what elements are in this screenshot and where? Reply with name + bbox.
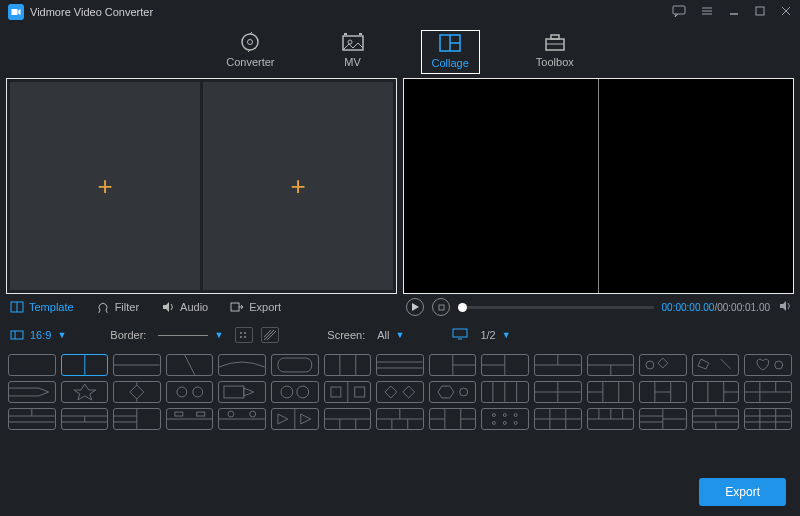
template-item[interactable] — [61, 354, 109, 376]
template-item[interactable] — [324, 381, 372, 403]
template-item[interactable] — [8, 408, 56, 430]
canvas-slot-1[interactable]: + — [10, 82, 200, 290]
border-line-preview — [158, 335, 208, 336]
template-item[interactable] — [166, 408, 214, 430]
svg-point-119 — [504, 421, 507, 424]
monitor-icon — [452, 328, 468, 342]
template-item[interactable] — [481, 354, 529, 376]
template-item[interactable] — [744, 354, 792, 376]
template-item[interactable] — [376, 381, 424, 403]
subtab-template[interactable]: Template — [10, 301, 74, 313]
template-item[interactable] — [587, 381, 635, 403]
pager-dropdown[interactable]: 1/2 ▼ — [476, 327, 514, 343]
play-button[interactable] — [406, 298, 424, 316]
export-button[interactable]: Export — [699, 478, 786, 506]
svg-rect-0 — [673, 6, 685, 14]
template-item[interactable] — [481, 408, 529, 430]
svg-rect-18 — [551, 35, 559, 39]
template-item[interactable] — [639, 408, 687, 430]
template-item[interactable] — [587, 354, 635, 376]
screen-label: Screen: — [327, 329, 365, 341]
svg-line-54 — [721, 359, 731, 369]
template-item[interactable] — [271, 381, 319, 403]
collage-subtabs: Template Filter Audio Export — [0, 301, 398, 313]
chevron-down-icon: ▼ — [502, 330, 511, 340]
tab-converter[interactable]: Converter — [216, 30, 284, 72]
window-controls — [672, 5, 792, 20]
template-item[interactable] — [218, 354, 266, 376]
template-item[interactable] — [481, 381, 529, 403]
menu-icon[interactable] — [700, 5, 714, 20]
tab-mv[interactable]: MV — [331, 30, 375, 72]
template-item[interactable] — [218, 381, 266, 403]
chevron-down-icon: ▼ — [396, 330, 405, 340]
subtab-audio[interactable]: Audio — [161, 301, 208, 313]
app-logo — [8, 4, 24, 20]
border-pattern-button[interactable] — [235, 327, 253, 343]
maximize-icon[interactable] — [754, 5, 766, 20]
template-item[interactable] — [639, 354, 687, 376]
template-item[interactable] — [429, 354, 477, 376]
template-item[interactable] — [692, 408, 740, 430]
subtab-filter[interactable]: Filter — [96, 301, 139, 313]
svg-point-28 — [244, 332, 246, 334]
pager-value: 1/2 — [480, 329, 495, 341]
tab-mv-label: MV — [344, 56, 361, 68]
progress-bar[interactable] — [458, 306, 654, 309]
aspect-ratio-dropdown[interactable]: 16:9 ▼ — [10, 329, 66, 341]
template-item[interactable] — [324, 408, 372, 430]
feedback-icon[interactable] — [672, 5, 686, 20]
svg-point-8 — [242, 34, 258, 50]
template-item[interactable] — [376, 408, 424, 430]
svg-marker-52 — [658, 358, 668, 368]
template-item[interactable] — [113, 408, 161, 430]
svg-rect-39 — [278, 358, 312, 372]
template-item[interactable] — [113, 354, 161, 376]
template-item[interactable] — [744, 381, 792, 403]
template-item[interactable] — [534, 408, 582, 430]
template-item[interactable] — [376, 354, 424, 376]
volume-icon[interactable] — [778, 300, 792, 315]
template-item[interactable] — [166, 354, 214, 376]
canvas-slot-2[interactable]: + — [203, 82, 393, 290]
preview-panel — [403, 78, 794, 294]
app-title: Vidmore Video Converter — [30, 6, 153, 18]
border-hatch-button[interactable] — [261, 327, 279, 343]
template-item[interactable] — [271, 408, 319, 430]
svg-point-30 — [244, 336, 246, 338]
template-item[interactable] — [534, 354, 582, 376]
template-item[interactable] — [692, 381, 740, 403]
tab-toolbox[interactable]: Toolbox — [526, 30, 584, 72]
template-item[interactable] — [271, 354, 319, 376]
template-item[interactable] — [8, 381, 56, 403]
audio-icon — [161, 301, 175, 313]
svg-point-9 — [248, 40, 253, 45]
svg-point-55 — [775, 361, 783, 369]
chevron-down-icon: ▼ — [57, 330, 66, 340]
subtab-export[interactable]: Export — [230, 301, 281, 313]
template-item[interactable] — [324, 354, 372, 376]
stop-button[interactable] — [432, 298, 450, 316]
svg-rect-97 — [197, 412, 205, 416]
template-item[interactable] — [744, 408, 792, 430]
template-item[interactable] — [113, 381, 161, 403]
template-item[interactable] — [8, 354, 56, 376]
export-bar: Export — [699, 478, 786, 506]
minimize-icon[interactable] — [728, 5, 740, 20]
template-item[interactable] — [534, 381, 582, 403]
template-item[interactable] — [587, 408, 635, 430]
template-item[interactable] — [218, 408, 266, 430]
close-icon[interactable] — [780, 5, 792, 20]
template-item[interactable] — [61, 408, 109, 430]
template-item[interactable] — [692, 354, 740, 376]
progress-handle[interactable] — [458, 303, 467, 312]
screen-dropdown[interactable]: All ▼ — [373, 327, 408, 343]
border-style-dropdown[interactable]: ▼ — [154, 328, 227, 342]
template-item[interactable] — [429, 381, 477, 403]
template-item[interactable] — [639, 381, 687, 403]
svg-point-120 — [515, 421, 518, 424]
template-item[interactable] — [166, 381, 214, 403]
template-item[interactable] — [429, 408, 477, 430]
tab-collage[interactable]: Collage — [421, 30, 480, 74]
template-item[interactable] — [61, 381, 109, 403]
